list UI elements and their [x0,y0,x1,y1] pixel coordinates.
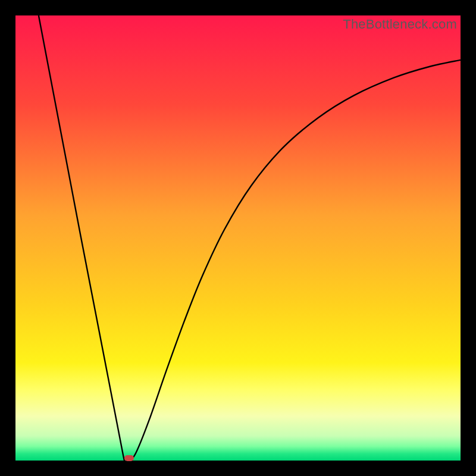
bottleneck-chart [15,15,461,461]
chart-frame: TheBottleneck.com [15,15,461,461]
watermark-text: TheBottleneck.com [343,17,457,32]
optimal-point-marker [124,455,134,461]
gradient-background [15,15,461,461]
